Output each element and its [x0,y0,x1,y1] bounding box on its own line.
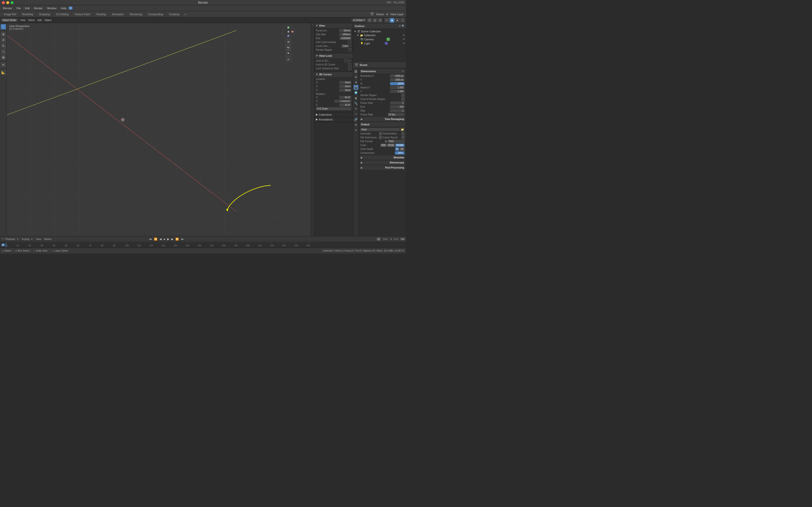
post-processing-header[interactable]: ▶ Post Processing [360,166,405,170]
cursor-z-value[interactable]: 0mm [339,89,351,92]
clip-end-value[interactable]: 1000000 [339,37,351,40]
cache-result-checkbox[interactable] [401,136,405,139]
file-ext-checkbox[interactable] [379,136,382,139]
render-region-checkbox[interactable] [348,48,351,51]
tab-texture-paint[interactable]: Texture Paint [72,11,93,17]
tab-shading[interactable]: Shading [93,11,109,17]
render-view-btn[interactable]: ◎ [286,56,291,62]
stereoscopy-header[interactable]: ▶ Stereoscopy [360,161,405,165]
rotation-type-value[interactable]: XYZ Euler [316,107,351,110]
output-path-input[interactable]: /tmp/ [360,128,400,131]
bw-btn[interactable]: BW [380,144,387,147]
cursor-x-value[interactable]: 0mm [339,81,351,84]
mode-selector[interactable]: Object Mode [1,18,18,22]
collection-visibility[interactable]: 👁 [403,34,405,37]
next-keyframe-btn[interactable]: ⏩ [175,237,180,241]
menu-window[interactable]: Window [45,6,58,10]
res-pct-value[interactable]: 100% [390,82,405,85]
rgb-btn[interactable]: RGB [387,144,395,147]
menu-file[interactable]: File [14,6,23,10]
cursor-tool[interactable]: ⊕ [1,32,6,37]
file-format-value[interactable]: PNG [388,140,405,143]
props-object-icon[interactable]: ◉ [354,96,358,101]
header-object[interactable]: Object [44,19,52,21]
maximize-button[interactable] [11,1,13,4]
cursor-y-value[interactable]: 0mm [339,85,351,88]
dimensions-section-header[interactable]: Dimensions ⊟ [360,69,405,73]
light-item[interactable]: 💡 Light 👁 [353,41,406,45]
timeline-icon[interactable]: ⏱ [1,238,4,240]
rot-x-value[interactable]: 50.5° [339,96,351,99]
tab-modeling[interactable]: Modeling [19,11,36,17]
menu-render[interactable]: Render [32,6,45,10]
tab-rendering[interactable]: Rendering [127,11,145,17]
camera-item[interactable]: 📷 Camera 👁 [353,37,406,41]
jump-end-btn[interactable]: ⏭ [180,237,185,241]
props-material-icon[interactable]: ● [354,127,358,132]
props-view-layer-icon[interactable]: ◈ [354,80,358,84]
measure-tool[interactable]: 📐 [1,70,6,75]
nav-gizmo[interactable] [282,25,295,38]
clip-start-value[interactable]: 100mm [339,33,351,36]
props-modifier-icon[interactable]: 🔧 [354,101,358,106]
props-output-icon[interactable]: 🖨 [354,74,358,79]
render-region-props-checkbox[interactable] [401,94,405,97]
frame-step-value[interactable]: 1 [390,109,405,112]
local-cam-clear[interactable]: ✕ [349,45,351,47]
camera-view-btn[interactable]: 📷 [286,45,291,50]
metadata-header[interactable]: ▶ Metadata [360,156,405,160]
aspect-x-value[interactable]: 1.000 [390,86,405,89]
rgba-btn[interactable]: RGBA [395,144,405,147]
tab-compositing[interactable]: Compositing [145,11,166,17]
view-lock-header[interactable]: ▼ View Lock [314,53,353,58]
header-add[interactable]: Add [37,19,43,21]
header-select[interactable]: Select [27,19,36,21]
playback-label[interactable]: Playback [5,238,15,240]
crop-checkbox[interactable] [401,98,405,101]
frame-start-value[interactable]: 1 [390,101,405,105]
lock-obj-checkbox[interactable] [344,59,349,62]
close-button[interactable] [2,1,5,4]
rendered-btn[interactable]: ○ [400,18,405,23]
tab-uv-editing[interactable]: UV Editing [53,11,72,17]
current-frame-display[interactable]: 0 [376,237,381,241]
material-btn[interactable]: ● [395,18,400,23]
overwrite-checkbox[interactable] [379,132,382,135]
output-folder-btn[interactable]: 📁 [400,127,405,131]
frame-rate-value[interactable]: 24 fps [388,113,405,116]
annotate-tool[interactable]: ✏ [1,62,6,68]
annotations-header[interactable]: ▶ Annotations [314,117,353,122]
move-tool[interactable]: ✛ [1,38,6,43]
compression-value[interactable]: 15% [395,151,405,155]
snap-btn[interactable]: ⊡ [367,18,372,23]
props-physics-icon[interactable]: ⚛ [354,112,358,116]
props-constraints-icon[interactable]: 🔗 [354,117,358,122]
next-frame-btn[interactable]: ▶ [170,237,174,241]
props-particles-icon[interactable]: ✦ [354,106,358,111]
transform-tool[interactable]: ⊠ [1,55,6,60]
solid-btn[interactable]: ◉ [390,18,394,23]
collections-header[interactable]: ▶ Collections [314,112,353,117]
select-tool[interactable]: ↖ [1,24,6,30]
local-cam-value[interactable]: Cam [341,44,349,48]
lock-3d-cursor-checkbox[interactable] [348,63,351,66]
scale-tool[interactable]: ⤡ [1,49,6,54]
menu-blender[interactable]: Blender [1,6,14,10]
prev-frame-btn[interactable]: ◀ [159,237,162,241]
rot-y-value[interactable]: -0.000016° [335,100,351,103]
prev-keyframe-btn[interactable]: ⏪ [153,237,158,241]
menu-edit[interactable]: Edit [23,6,32,10]
output-header[interactable]: Output [360,122,405,126]
props-render-icon[interactable]: 🖼 [354,69,358,74]
tab-add-button[interactable]: + [183,11,188,17]
timeline-view-label[interactable]: View [36,238,41,240]
props-world-icon[interactable]: 🌍 [354,90,358,95]
cursor-header[interactable]: ▼ 3D Cursor [314,72,353,77]
depth-8-btn[interactable]: 8 [395,148,399,151]
stop-btn[interactable]: ■ [163,237,166,241]
tab-sculpting[interactable]: Sculpting [36,11,53,17]
menu-help[interactable]: Help [59,6,68,10]
use-local-camera-checkbox[interactable] [348,41,351,44]
rot-z-value[interactable]: 16.8° [339,103,351,107]
transform-selector[interactable]: ⊕ Global ▼ [352,18,366,22]
